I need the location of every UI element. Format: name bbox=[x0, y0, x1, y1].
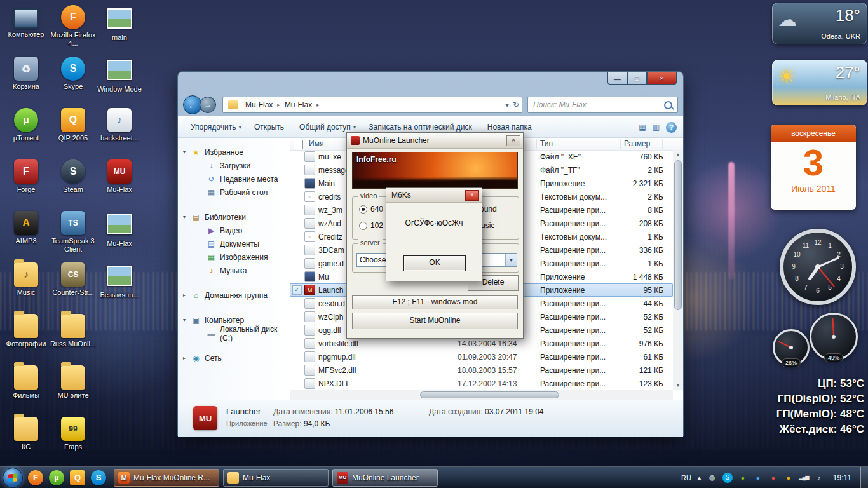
firefox-taskbar-icon[interactable]: F bbox=[28, 470, 43, 485]
language-indicator[interactable]: RU bbox=[681, 474, 691, 482]
close-button[interactable]: × bbox=[647, 72, 677, 85]
taskbar-app-button[interactable]: Mu-Flax bbox=[223, 469, 329, 487]
error-close-button[interactable]: × bbox=[465, 190, 479, 201]
breadcrumb-item[interactable]: Mu-Flax bbox=[280, 100, 316, 109]
sidebar-network[interactable]: ▸ ◉ Сеть bbox=[178, 351, 290, 365]
refresh-button[interactable]: ↻ bbox=[513, 100, 519, 109]
vertical-scrollbar[interactable]: ▲ ▼ bbox=[673, 150, 683, 390]
cpu-meter-gadget[interactable]: 26% bbox=[773, 329, 810, 366]
desktop-icon[interactable]: S Steam bbox=[50, 159, 97, 211]
desktop-icon[interactable]: TS TeamSpeak 3 Client bbox=[50, 211, 97, 262]
address-dropdown-button[interactable]: ▾ bbox=[505, 100, 509, 109]
desktop-icon[interactable]: Компьютер bbox=[3, 5, 50, 57]
taskbar-app-button[interactable]: M Mu-Flax MuOnline R... bbox=[114, 469, 219, 487]
start-muonline-button[interactable]: Start MuOnline bbox=[352, 313, 518, 329]
file-checkbox[interactable] bbox=[292, 285, 302, 295]
horizontal-scroll-thumb[interactable] bbox=[420, 391, 559, 398]
toolbar-item[interactable]: Открыть bbox=[248, 120, 293, 134]
desktop-icon[interactable]: КС bbox=[3, 417, 50, 468]
disk-meter-gadget[interactable]: 49% bbox=[810, 313, 858, 361]
weather-gadget-milano[interactable]: ☀ 27° Milano, ITA bbox=[772, 60, 867, 105]
utorrent-taskbar-icon[interactable]: µ bbox=[49, 470, 64, 485]
preview-pane-button[interactable]: ▥ bbox=[653, 123, 660, 132]
vertical-scroll-thumb[interactable] bbox=[674, 160, 682, 310]
volume-icon[interactable]: ♪ bbox=[814, 473, 824, 483]
start-button[interactable] bbox=[3, 468, 23, 488]
show-desktop-button[interactable] bbox=[860, 467, 868, 488]
taskbar-clock[interactable]: 19:11 bbox=[829, 473, 855, 482]
desktop-icon[interactable]: CS Counter-Str... bbox=[50, 262, 97, 314]
sidebar-recent-places[interactable]: ↺ Недавние места bbox=[178, 172, 290, 186]
launcher-close-button[interactable]: × bbox=[506, 135, 520, 146]
weather-gadget-odesa[interactable]: ☁ 18° Odesa, UKR bbox=[772, 3, 867, 44]
column-header-name[interactable]: Имя bbox=[309, 139, 323, 148]
help-button[interactable]: ? bbox=[666, 122, 677, 133]
select-all-checkbox[interactable] bbox=[294, 140, 303, 149]
sidebar-music[interactable]: ♪ Музыка bbox=[178, 264, 290, 277]
desktop-icon[interactable]: ♪ Music bbox=[3, 262, 50, 314]
tray-update-icon[interactable]: ● bbox=[753, 473, 763, 483]
desktop-icon[interactable]: µ µTorrent bbox=[3, 108, 50, 159]
hidden-icons-button[interactable]: ▲ bbox=[696, 475, 702, 481]
ok-button[interactable]: OK bbox=[403, 255, 466, 271]
desktop-icon[interactable]: Window Mode bbox=[96, 57, 143, 108]
windows-mod-button[interactable]: F12 ; F11 - windows mod bbox=[352, 295, 518, 309]
sidebar-videos[interactable]: ▶ Видео bbox=[178, 224, 290, 237]
desktop-icon[interactable]: A AIMP3 bbox=[3, 211, 50, 262]
breadcrumb-item[interactable]: Mu-Flax bbox=[241, 100, 277, 109]
calendar-gadget[interactable]: воскресенье 3 Июль 2011 bbox=[771, 125, 856, 210]
tray-antivirus-icon[interactable]: ● bbox=[768, 473, 778, 483]
desktop-icon[interactable]: MU элите bbox=[50, 365, 97, 417]
dropdown-arrow-icon[interactable]: ▾ bbox=[505, 254, 517, 266]
desktop-icon[interactable]: 99 Fraps bbox=[50, 417, 97, 468]
maximize-button[interactable]: □ bbox=[627, 72, 647, 85]
desktop-icon[interactable]: Фильмы bbox=[3, 365, 50, 417]
scroll-up-arrow[interactable]: ▲ bbox=[673, 152, 683, 158]
minimize-button[interactable]: — bbox=[607, 72, 627, 85]
tray-white-icon[interactable]: ◍ bbox=[707, 473, 717, 483]
address-bar[interactable]: Mu-Flax ▸ Mu-Flax ▸ ▾ ↻ bbox=[222, 97, 522, 113]
file-row[interactable]: vorbisfile.dll 14.03.2004 16:34 Расширен… bbox=[290, 337, 673, 350]
network-icon[interactable]: ▂▄▆ bbox=[799, 473, 809, 483]
sidebar-homegroup[interactable]: ▸ ⌂ Домашняя группа bbox=[178, 288, 290, 302]
skype-taskbar-icon[interactable]: S bbox=[91, 470, 106, 485]
desktop-icon[interactable]: Q QIP 2005 bbox=[50, 108, 97, 159]
tray-skype-icon[interactable]: S bbox=[722, 473, 733, 483]
radio-icon[interactable] bbox=[359, 205, 367, 214]
expander-icon[interactable]: ▸ bbox=[183, 355, 191, 361]
column-header-size[interactable]: Размер bbox=[624, 139, 650, 148]
desktop-icon[interactable]: ♻ Корзина bbox=[3, 57, 50, 108]
radio-icon[interactable] bbox=[359, 222, 367, 230]
desktop-icon[interactable]: ♪ backstreet... bbox=[96, 108, 143, 159]
desktop-icon[interactable]: S Skype bbox=[50, 57, 97, 108]
desktop-icon[interactable]: main bbox=[96, 5, 143, 57]
forward-button[interactable]: → bbox=[200, 97, 216, 113]
views-button[interactable]: ▦ bbox=[639, 123, 646, 132]
desktop-icon[interactable]: Безымянн... bbox=[96, 262, 143, 314]
launcher-titlebar[interactable]: MuOnline Launcher × bbox=[347, 133, 523, 149]
sidebar-libraries[interactable]: ▾ ▤ Библиотеки bbox=[178, 210, 290, 224]
desktop-icon[interactable]: Mu-Flax bbox=[96, 211, 143, 262]
file-row[interactable]: npgmup.dll 01.09.2003 20:47 Расширение п… bbox=[290, 350, 673, 363]
error-titlebar[interactable]: M6Ks × bbox=[386, 188, 482, 203]
search-box[interactable]: Поиск: Mu-Flax bbox=[527, 97, 678, 113]
horizontal-scrollbar[interactable] bbox=[290, 390, 673, 400]
qip-taskbar-icon[interactable]: Q bbox=[70, 470, 85, 485]
clock-gadget[interactable]: 121234567891011 bbox=[780, 229, 856, 305]
toolbar-item[interactable]: Упорядочить ▾ bbox=[184, 120, 248, 134]
taskbar-app-button[interactable]: MU MuOnline Launcher bbox=[332, 469, 438, 487]
desktop-icon[interactable]: F Forge bbox=[3, 159, 50, 211]
resolution-option-640[interactable]: 640 bbox=[359, 205, 383, 214]
tray-nvidia-icon[interactable]: ● bbox=[738, 473, 748, 483]
file-row[interactable]: NPX.DLL 17.12.2002 14:13 Расширение при.… bbox=[290, 377, 673, 390]
sidebar-local-disk-c[interactable]: ▬ Локальный диск (C:) bbox=[178, 327, 290, 340]
sidebar-desktop[interactable]: ▦ Рабочий стол bbox=[178, 186, 290, 199]
sidebar-documents[interactable]: ▤ Документы bbox=[178, 237, 290, 250]
tray-messenger-icon[interactable]: ● bbox=[783, 473, 794, 483]
scroll-down-arrow[interactable]: ▼ bbox=[673, 383, 683, 388]
expander-icon[interactable]: ▾ bbox=[183, 214, 191, 220]
desktop-icon[interactable]: Russ MuOnli... bbox=[50, 314, 97, 365]
desktop-icon[interactable]: F Mozilla Firefox 4... bbox=[50, 5, 97, 57]
explorer-titlebar[interactable]: — □ × bbox=[178, 72, 683, 93]
sidebar-favorites[interactable]: ▾ ★ Избранное bbox=[178, 146, 290, 159]
